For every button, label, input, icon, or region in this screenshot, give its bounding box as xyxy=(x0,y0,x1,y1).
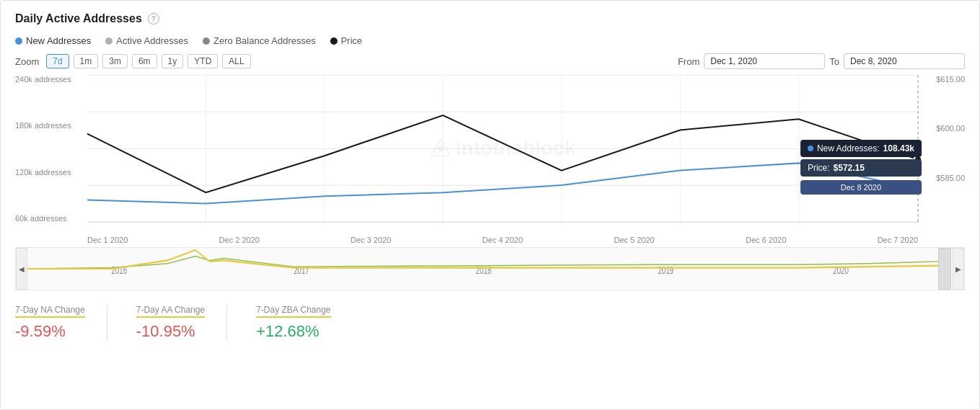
mini-scroll-handle[interactable] xyxy=(938,248,951,290)
x-label-1: Dec 2 2020 xyxy=(219,236,260,244)
zoom-all[interactable]: ALL xyxy=(222,54,250,68)
stats-row: 7-Day NA Change -9.59% 7-Day AA Change -… xyxy=(15,299,965,341)
chart-wrapper: 240k addresses 180k addresses 120k addre… xyxy=(15,75,965,244)
y-axis-right: $615.00 $600.00 $585.00 xyxy=(922,75,965,223)
legend-dot-new xyxy=(15,37,22,45)
legend-label-zero: Zero Balance Addresses xyxy=(213,35,316,46)
stat-aa-value: -10.95% xyxy=(136,322,205,341)
legend-label-price: Price xyxy=(341,35,363,46)
to-label: To xyxy=(829,56,839,67)
mini-scroll-left[interactable]: ◀ xyxy=(16,248,27,290)
legend-active-addresses[interactable]: Active Addresses xyxy=(105,35,188,46)
tooltip-date: Dec 8 2020 xyxy=(800,180,922,195)
legend-new-addresses[interactable]: New Addresses xyxy=(15,35,91,46)
tooltip-new-addresses: New Addresses: 108.43k xyxy=(800,140,922,157)
stat-aa: 7-Day AA Change -10.95% xyxy=(136,305,227,341)
chart-area: intotheblock xyxy=(87,75,918,223)
mini-scroll-right[interactable]: ▶ xyxy=(953,248,964,290)
y-label-3: 60k addresses xyxy=(15,214,87,223)
zoom-7d[interactable]: 7d xyxy=(46,54,69,68)
zoom-1y[interactable]: 1y xyxy=(162,54,184,68)
x-label-5: Dec 6 2020 xyxy=(746,236,786,244)
zoom-group: Zoom 7d 1m 3m 6m 1y YTD ALL xyxy=(15,54,251,68)
zoom-1m[interactable]: 1m xyxy=(74,54,99,68)
mini-chart-svg: 2016 2017 2018 2019 2020 xyxy=(27,248,938,290)
help-icon[interactable]: ? xyxy=(148,13,159,24)
tooltip-price-label: Price: xyxy=(808,163,830,173)
to-date-input[interactable] xyxy=(844,53,965,69)
title-row: Daily Active Addresses ? xyxy=(15,12,965,25)
main-container: Daily Active Addresses ? New Addresses A… xyxy=(0,0,980,410)
stat-zba: 7-Day ZBA Change +12.68% xyxy=(256,305,352,341)
x-label-4: Dec 5 2020 xyxy=(614,236,654,244)
zoom-3m[interactable]: 3m xyxy=(102,54,128,68)
tooltip-price-value: $572.15 xyxy=(834,163,865,173)
legend-row: New Addresses Active Addresses Zero Bala… xyxy=(15,35,965,46)
stat-na: 7-Day NA Change -9.59% xyxy=(15,305,107,341)
tooltip-group: New Addresses: 108.43k Price: $572.15 De… xyxy=(800,140,922,195)
y-label-2: 120k addresses xyxy=(15,168,87,177)
x-label-2: Dec 3 2020 xyxy=(350,236,391,244)
stat-zba-value: +12.68% xyxy=(256,322,330,341)
y-right-0: $615.00 xyxy=(936,75,965,84)
stat-zba-label: 7-Day ZBA Change xyxy=(256,305,330,318)
svg-text:2019: 2019 xyxy=(658,264,674,276)
tooltip-dot-new xyxy=(808,146,813,151)
y-label-0: 240k addresses xyxy=(15,75,87,84)
stat-na-value: -9.59% xyxy=(15,322,85,341)
legend-dot-price xyxy=(330,37,337,45)
x-label-3: Dec 4 2020 xyxy=(482,236,523,244)
tooltip-price: Price: $572.15 xyxy=(800,159,922,177)
legend-price[interactable]: Price xyxy=(330,35,363,46)
x-axis: Dec 1 2020 Dec 2 2020 Dec 3 2020 Dec 4 2… xyxy=(87,223,918,244)
tooltip-na-value: 108.43k xyxy=(883,143,914,153)
zoom-6m[interactable]: 6m xyxy=(132,54,157,68)
date-range: From To xyxy=(678,53,965,69)
chart-svg xyxy=(87,75,918,222)
zoom-ytd[interactable]: YTD xyxy=(187,54,218,68)
legend-zero-balance[interactable]: Zero Balance Addresses xyxy=(203,35,316,46)
legend-dot-zero xyxy=(203,37,210,45)
x-label-6: Dec 7 2020 xyxy=(878,236,918,244)
controls-row: Zoom 7d 1m 3m 6m 1y YTD ALL From To xyxy=(15,53,965,69)
tooltip-na-label: New Addresses: xyxy=(817,143,880,153)
y-right-1: $600.00 xyxy=(936,124,965,133)
from-label: From xyxy=(678,56,699,67)
y-right-2: $585.00 xyxy=(936,174,965,182)
stat-aa-label: 7-Day AA Change xyxy=(136,305,205,318)
from-date-input[interactable] xyxy=(704,53,825,69)
legend-label-active: Active Addresses xyxy=(116,35,188,46)
mini-chart: ◀ 2016 2017 2018 2019 2020 ▶ xyxy=(15,247,965,290)
legend-dot-active xyxy=(105,37,112,45)
y-label-1: 180k addresses xyxy=(15,121,87,130)
x-label-0: Dec 1 2020 xyxy=(87,236,128,244)
legend-label-new: New Addresses xyxy=(26,35,91,46)
svg-text:2018: 2018 xyxy=(476,264,492,276)
page-title: Daily Active Addresses xyxy=(15,12,142,25)
stat-na-label: 7-Day NA Change xyxy=(15,305,85,318)
y-axis-left: 240k addresses 180k addresses 120k addre… xyxy=(15,75,87,223)
zoom-label: Zoom xyxy=(15,56,39,67)
